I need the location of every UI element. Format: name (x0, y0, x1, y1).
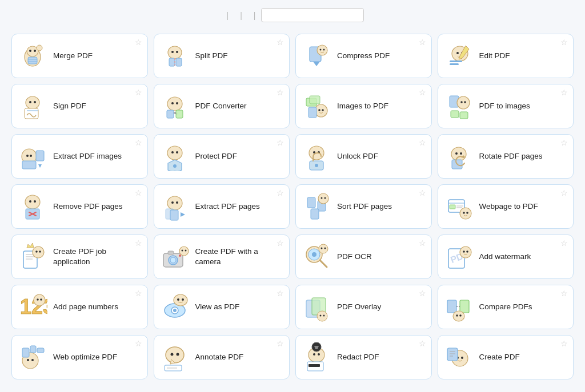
tool-label-create-pdf-job: Create PDF job application (53, 246, 139, 266)
favorite-star-add-watermark[interactable]: ☆ (560, 239, 568, 247)
tool-card-sign-pdf[interactable]: Sign PDF☆ (11, 84, 148, 128)
favorite-star-compress-pdf[interactable]: ☆ (419, 38, 426, 46)
svg-point-53 (167, 146, 182, 160)
svg-point-2 (29, 50, 31, 52)
tool-icon-rotate-pdf-pages (444, 142, 474, 171)
favorite-star-pdf-to-images[interactable]: ☆ (560, 88, 568, 96)
favorite-star-rotate-pdf-pages[interactable]: ☆ (560, 139, 568, 147)
favorite-star-protect-pdf[interactable]: ☆ (277, 139, 284, 147)
favorite-star-annotate-pdf[interactable]: ☆ (277, 340, 284, 347)
svg-rect-22 (450, 60, 462, 62)
favorite-star-compare-pdfs[interactable]: ☆ (560, 289, 568, 297)
tool-icon-create-pdf-camera (160, 242, 190, 272)
favorite-star-images-to-pdf[interactable]: ☆ (419, 88, 426, 96)
favorite-star-pdf-ocr[interactable]: ☆ (419, 239, 426, 247)
tool-card-add-page-numbers[interactable]: 123Add page numbers☆ (11, 285, 148, 329)
tool-label-compare-pdfs: Compare PDFs (479, 302, 532, 312)
tool-card-images-to-pdf[interactable]: Images to PDF☆ (295, 84, 432, 128)
tool-card-create-pdf-camera[interactable]: Create PDF with a camera☆ (154, 235, 290, 279)
favorite-star-unlock-pdf[interactable]: ☆ (419, 139, 426, 147)
favorite-star-extract-pdf-images[interactable]: ☆ (135, 139, 142, 147)
svg-point-161 (461, 357, 463, 359)
tool-card-split-pdf[interactable]: Split PDF☆ (154, 34, 290, 78)
tool-card-create-pdf-job[interactable]: Create PDF job application☆ (11, 235, 148, 279)
tool-card-sort-pdf-pages[interactable]: Sort PDF pages☆ (295, 184, 432, 229)
tool-card-unlock-pdf[interactable]: Unlock PDF☆ (295, 134, 432, 179)
tool-card-remove-pdf-pages[interactable]: Remove PDF pages☆ (11, 184, 148, 229)
svg-point-119 (466, 250, 468, 253)
favorite-star-webpage-to-pdf[interactable]: ☆ (560, 189, 568, 197)
search-input[interactable] (261, 8, 364, 22)
tool-label-merge-pdf: Merge PDF (53, 51, 93, 61)
favorite-star-pdf-overlay[interactable]: ☆ (419, 289, 426, 297)
tool-card-edit-pdf[interactable]: Edit PDF☆ (438, 34, 574, 78)
tool-card-pdf-overlay[interactable]: PDF Overlay☆ (295, 285, 432, 329)
tool-icon-add-page-numbers: 123 (18, 292, 47, 322)
tool-card-view-as-pdf[interactable]: View as PDF☆ (154, 285, 290, 329)
tool-card-compress-pdf[interactable]: Compress PDF☆ (295, 34, 432, 78)
tool-card-extract-pdf-images[interactable]: Extract PDF images☆ (11, 134, 148, 179)
svg-point-3 (34, 50, 36, 52)
tool-card-redact-pdf[interactable]: Redact PDF☆ (295, 335, 432, 379)
svg-point-138 (453, 311, 464, 321)
svg-point-142 (27, 359, 29, 361)
tool-card-pdf-converter[interactable]: →PDF Converter☆ (154, 84, 290, 128)
svg-rect-23 (450, 63, 459, 65)
svg-rect-32 (167, 110, 174, 118)
svg-rect-12 (176, 58, 182, 66)
tool-icon-view-as-pdf (160, 292, 190, 322)
svg-point-7 (37, 45, 42, 51)
favorite-star-split-pdf[interactable]: ☆ (277, 38, 284, 46)
svg-point-105 (179, 246, 189, 256)
favorite-star-edit-pdf[interactable]: ☆ (560, 38, 568, 46)
favorite-star-create-pdf[interactable]: ☆ (560, 340, 568, 347)
tool-icon-sort-pdf-pages (302, 192, 331, 221)
svg-point-98 (35, 250, 38, 253)
tool-icon-merge-pdf (18, 41, 47, 71)
tool-icon-images-to-pdf (302, 91, 331, 121)
tool-label-remove-pdf-pages: Remove PDF pages (53, 201, 123, 212)
favorite-star-sign-pdf[interactable]: ☆ (135, 88, 142, 96)
favorite-star-remove-pdf-pages[interactable]: ☆ (135, 189, 142, 197)
tool-card-annotate-pdf[interactable]: Annotate PDF☆ (154, 335, 290, 379)
svg-rect-45 (451, 111, 459, 118)
favorite-star-add-page-numbers[interactable]: ☆ (135, 289, 142, 297)
svg-point-99 (39, 250, 41, 253)
svg-rect-40 (308, 107, 316, 118)
favorite-star-pdf-converter[interactable]: ☆ (277, 88, 284, 96)
tool-card-extract-pdf-pages[interactable]: Extract PDF pages☆ (154, 184, 290, 229)
svg-rect-79 (307, 197, 315, 208)
svg-point-147 (166, 347, 184, 363)
favorite-star-merge-pdf[interactable]: ☆ (135, 38, 142, 46)
svg-rect-144 (22, 348, 29, 357)
favorite-star-web-optimize-pdf[interactable]: ☆ (135, 340, 142, 347)
tool-label-add-page-numbers: Add page numbers (53, 302, 118, 312)
tool-card-pdf-to-images[interactable]: PDF to images☆ (438, 84, 574, 128)
tool-label-pdf-ocr: PDF OCR (337, 252, 372, 262)
tool-card-add-watermark[interactable]: PDFAdd watermark☆ (438, 235, 574, 279)
tool-label-edit-pdf: Edit PDF (479, 51, 510, 61)
svg-point-102 (170, 257, 176, 263)
favorite-star-sort-pdf-pages[interactable]: ☆ (419, 189, 426, 197)
tool-card-merge-pdf[interactable]: Merge PDF☆ (11, 34, 148, 78)
tool-card-rotate-pdf-pages[interactable]: Rotate PDF pages☆ (438, 134, 574, 179)
tool-card-web-optimize-pdf[interactable]: Web optimize PDF☆ (11, 335, 148, 379)
top-nav: | | | (11, 6, 574, 25)
svg-point-49 (30, 155, 32, 157)
tool-card-create-pdf[interactable]: Create PDF☆ (438, 335, 574, 379)
favorite-star-view-as-pdf[interactable]: ☆ (277, 289, 284, 297)
tools-grid: Merge PDF☆Split PDF☆Compress PDF☆Edit PD… (11, 34, 574, 379)
svg-point-92 (466, 212, 468, 214)
svg-point-54 (171, 151, 174, 153)
favorite-star-redact-pdf[interactable]: ☆ (419, 340, 426, 347)
tool-card-protect-pdf[interactable]: Protect PDF☆ (154, 134, 290, 179)
favorite-star-create-pdf-camera[interactable]: ☆ (277, 239, 284, 247)
nav-sep-1: | (227, 11, 229, 20)
svg-point-90 (460, 208, 471, 219)
tool-card-compare-pdfs[interactable]: Compare PDFs☆ (438, 285, 574, 329)
favorite-star-create-pdf-job[interactable]: ☆ (135, 239, 142, 247)
svg-point-10 (176, 51, 178, 53)
tool-card-pdf-ocr[interactable]: PDF OCR☆ (295, 235, 432, 279)
favorite-star-extract-pdf-pages[interactable]: ☆ (277, 189, 284, 197)
tool-card-webpage-to-pdf[interactable]: Webpage to PDF☆ (438, 184, 574, 229)
